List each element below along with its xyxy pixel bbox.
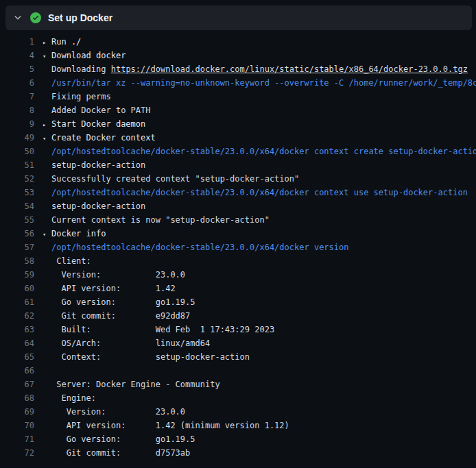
group-title: Download docker	[51, 49, 126, 62]
log-line: 61 Go version: go1.19.5	[4, 295, 476, 309]
line-number[interactable]: 6	[4, 76, 34, 90]
arrow-spacer	[43, 145, 51, 159]
line-number[interactable]: 1	[4, 35, 34, 49]
line-number[interactable]: 65	[4, 350, 34, 364]
line-number[interactable]: 55	[4, 213, 34, 227]
group-expanded-icon[interactable]: ▾	[43, 132, 51, 145]
line-number[interactable]: 56	[4, 227, 34, 241]
log-text: Client:	[51, 254, 91, 268]
log-text: Successfully created context "setup-dock…	[51, 172, 299, 186]
log-text: Version: 23.0.0	[51, 268, 185, 282]
arrow-spacer	[43, 159, 51, 173]
log-line: 6 /usr/bin/tar xz --warning=no-unknown-k…	[4, 76, 476, 90]
log-line: 64 OS/Arch: linux/amd64	[4, 336, 476, 350]
line-number[interactable]: 71	[4, 432, 34, 446]
log-text: Current context is now "setup-docker-act…	[51, 213, 270, 227]
log-link[interactable]: https://download.docker.com/linux/static…	[111, 62, 468, 76]
log-text: Context: setup-docker-action	[51, 350, 250, 364]
arrow-spacer	[43, 378, 51, 392]
line-number[interactable]: 52	[4, 172, 34, 186]
line-number[interactable]: 8	[4, 103, 34, 117]
line-number[interactable]: 9	[4, 117, 34, 131]
log-line: 51 setup-docker-action	[4, 158, 476, 172]
log-text: Server: Docker Engine - Community	[51, 378, 220, 391]
log-line: 54 setup-docker-action	[4, 199, 476, 213]
log-line: 63 Built: Wed Feb 1 17:43:29 2023	[4, 323, 476, 336]
log-text: Go version: go1.19.5	[51, 432, 195, 446]
log-text: Added Docker to PATH	[51, 103, 151, 117]
log-text: Downloading	[51, 62, 111, 76]
arrow-spacer	[43, 186, 51, 200]
line-number[interactable]: 57	[4, 241, 34, 254]
line-number[interactable]: 4	[4, 49, 34, 62]
line-number[interactable]: 50	[4, 145, 34, 158]
line-number[interactable]: 53	[4, 186, 34, 199]
line-number[interactable]: 64	[4, 336, 34, 350]
line-number[interactable]: 69	[4, 405, 34, 419]
line-number[interactable]: 59	[4, 268, 34, 282]
arrow-spacer	[43, 269, 51, 282]
log-line: 68 Engine:	[4, 391, 476, 405]
arrow-spacer	[43, 310, 51, 323]
log-line: 71 Go version: go1.19.5	[4, 432, 476, 446]
log-line: 70 API version: 1.42 (minimum version 1.…	[4, 419, 476, 432]
group-title: Create Docker context	[51, 131, 156, 145]
line-number[interactable]: 51	[4, 158, 34, 172]
line-number[interactable]: 62	[4, 309, 34, 323]
group-title: Start Docker daemon	[51, 117, 145, 131]
log-text: API version: 1.42 (minimum version 1.12)	[51, 419, 289, 432]
log-text: Fixing perms	[51, 90, 111, 103]
arrow-spacer	[43, 392, 51, 406]
group-collapsed-icon[interactable]: ▸	[43, 118, 51, 132]
arrow-spacer	[43, 296, 51, 310]
arrow-spacer	[43, 200, 51, 214]
log-line: 53 /opt/hostedtoolcache/docker-stable/23…	[4, 186, 476, 199]
line-number[interactable]: 5	[4, 62, 34, 76]
line-number[interactable]: 49	[4, 131, 34, 145]
log-line: 8 Added Docker to PATH	[4, 103, 476, 117]
line-number[interactable]: 68	[4, 391, 34, 405]
arrow-spacer	[43, 447, 51, 460]
line-number[interactable]: 7	[4, 90, 34, 103]
log-group-row[interactable]: 1▸Run ./	[4, 35, 476, 49]
log-command-text: /opt/hostedtoolcache/docker-stable/23.0.…	[51, 186, 468, 199]
log-group-row[interactable]: 9▸Start Docker daemon	[4, 117, 476, 131]
log-line: 60 API version: 1.42	[4, 282, 476, 295]
line-number[interactable]: 60	[4, 282, 34, 295]
arrow-spacer	[43, 63, 51, 77]
line-number[interactable]: 63	[4, 323, 34, 336]
line-number[interactable]: 58	[4, 254, 34, 268]
log-line: 59 Version: 23.0.0	[4, 268, 476, 282]
arrow-spacer	[43, 77, 51, 90]
line-number[interactable]: 67	[4, 378, 34, 391]
log-text: Built: Wed Feb 1 17:43:29 2023	[51, 323, 274, 336]
log-line: 72 Git commit: d7573ab	[4, 446, 476, 460]
log-group-row[interactable]: 56▾Docker info	[4, 227, 476, 241]
log-group-row[interactable]: 4▾Download docker	[4, 49, 476, 62]
group-collapsed-icon[interactable]: ▸	[43, 36, 51, 49]
line-number[interactable]: 61	[4, 295, 34, 309]
arrow-spacer	[43, 365, 51, 378]
chevron-down-icon[interactable]	[12, 12, 23, 23]
success-check-icon	[30, 12, 41, 23]
log-text: Git commit: d7573ab	[51, 446, 190, 460]
log-text: Go version: go1.19.5	[51, 295, 195, 309]
log-text: Engine:	[51, 391, 96, 405]
line-number[interactable]: 72	[4, 446, 34, 460]
arrow-spacer	[43, 214, 51, 227]
group-title: Run ./	[51, 35, 81, 49]
arrow-spacer	[43, 337, 51, 351]
arrow-spacer	[43, 323, 51, 337]
log-viewer: 1▸Run ./4▾Download docker5 Downloading h…	[0, 30, 476, 460]
log-line: 58 Client:	[4, 254, 476, 268]
line-number[interactable]: 54	[4, 199, 34, 213]
log-group-row[interactable]: 49▾Create Docker context	[4, 131, 476, 145]
line-number[interactable]: 66	[4, 364, 34, 378]
log-line: 62 Git commit: e92dd87	[4, 309, 476, 323]
step-header[interactable]: Set up Docker	[5, 5, 472, 30]
log-line: 67 Server: Docker Engine - Community	[4, 378, 476, 391]
log-command-text: /opt/hostedtoolcache/docker-stable/23.0.…	[51, 145, 476, 158]
group-expanded-icon[interactable]: ▾	[43, 49, 51, 63]
line-number[interactable]: 70	[4, 419, 34, 432]
group-expanded-icon[interactable]: ▾	[43, 227, 51, 241]
